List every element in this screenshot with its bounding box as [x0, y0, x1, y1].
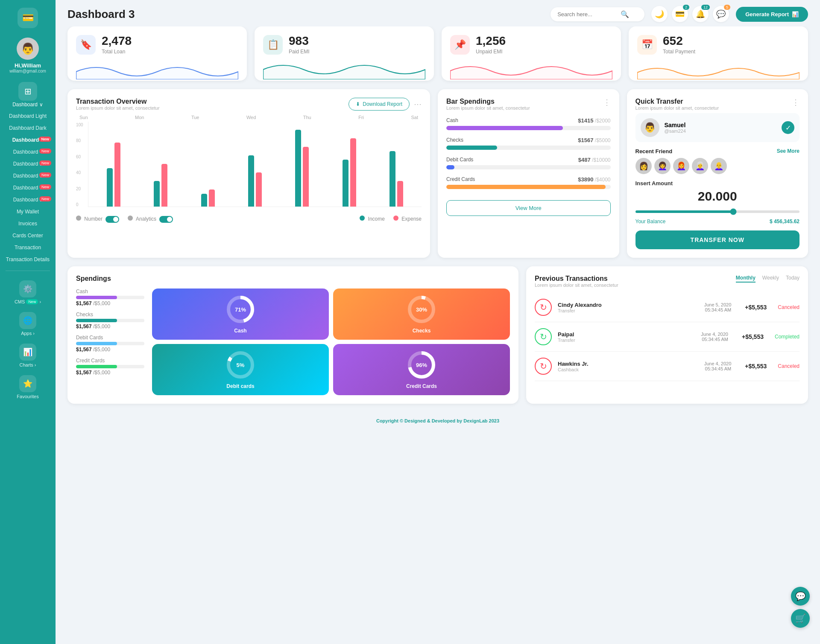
- cart-fab-button[interactable]: 🛒: [791, 609, 810, 628]
- transaction-icon-3: ↻: [535, 358, 552, 375]
- friend-avatar-3[interactable]: 👩‍🦰: [673, 158, 689, 174]
- transaction-amount-2: +$5,553: [742, 333, 764, 340]
- view-more-button[interactable]: View More: [446, 200, 611, 216]
- generate-report-button[interactable]: Generate Report 📊: [736, 7, 808, 22]
- income-bar: [107, 168, 113, 207]
- transaction-row-3: ↻ Hawkins Jr. Cashback June 4, 2020 05:3…: [535, 352, 800, 381]
- spending-checks: Checks $1567 /$5000: [446, 137, 611, 150]
- transfer-check-icon: ✓: [782, 121, 794, 134]
- income-bar: [201, 194, 207, 207]
- expense-bar: [161, 164, 167, 207]
- friend-avatar-1[interactable]: 👩: [636, 158, 652, 174]
- logo-icon[interactable]: 💳: [18, 8, 38, 28]
- friend-avatar-2[interactable]: 👩‍🦱: [654, 158, 671, 174]
- sidebar-item-invoices[interactable]: Invoices: [0, 218, 56, 230]
- sidebar-item-mywallet[interactable]: My Wallet: [0, 206, 56, 218]
- sidebar-item-dashboard3[interactable]: Dashboard 3New: [0, 134, 56, 146]
- friend-avatar-4[interactable]: 👩‍🦳: [692, 158, 708, 174]
- user-name: Hi,William: [15, 62, 41, 69]
- chat-button[interactable]: 💬 5: [713, 6, 729, 22]
- sidebar-item-dashboard6[interactable]: Dashboard 6New: [0, 170, 56, 182]
- chevron-down-icon: ∨: [39, 102, 43, 108]
- total-payment-label: Total Payment: [663, 49, 695, 55]
- expense-bar: [209, 189, 215, 207]
- footer-brand: DexignLab: [463, 418, 487, 423]
- theme-toggle-button[interactable]: 🌙: [651, 6, 668, 22]
- bar-group-sun: [107, 143, 120, 207]
- search-input[interactable]: [557, 11, 617, 17]
- spending-list-debit: Debit Cards $1,567 /$5,000: [76, 335, 144, 353]
- sidebar-item-charts[interactable]: 📊 Charts ›: [0, 340, 56, 371]
- wallet-button[interactable]: 💳 2: [672, 6, 688, 22]
- sidebar-item-dashboard7[interactable]: Dashboard 7New: [0, 182, 56, 194]
- sidebar-item-dashboard4[interactable]: Dashboard 4New: [0, 146, 56, 158]
- dashboard-icon[interactable]: ⊞: [18, 82, 37, 101]
- download-report-button[interactable]: ⬇ Download Report: [348, 98, 410, 111]
- spending-cash: Cash $1415 /$2000: [446, 117, 611, 130]
- bars-container: [88, 122, 422, 207]
- footer-year: 2023: [489, 418, 499, 423]
- sidebar-item-cms[interactable]: ⚙️ CMS New ›: [0, 277, 56, 308]
- bar-spendings-more-icon[interactable]: ⋮: [603, 98, 611, 107]
- total-loan-wave: [76, 59, 238, 79]
- see-more-button[interactable]: See More: [777, 148, 800, 154]
- unpaid-emi-icon: 📌: [450, 35, 470, 55]
- sidebar-item-dashboard8[interactable]: Dashboard 8New: [0, 194, 56, 206]
- sidebar-item-transaction[interactable]: Transaction: [0, 242, 56, 254]
- bar-group-thu: [295, 130, 309, 207]
- sidebar-item-dashboard-light[interactable]: Dashboard Light: [0, 110, 56, 122]
- stat-card-total-loan: 🔖 2,478 Total Loan: [67, 26, 247, 81]
- sidebar-logo: 💳: [0, 0, 56, 33]
- sidebar-item-cardscenter[interactable]: Cards Center: [0, 230, 56, 242]
- bar-group-wed: [248, 155, 262, 207]
- tab-today[interactable]: Today: [786, 275, 800, 283]
- tab-monthly[interactable]: Monthly: [736, 275, 756, 283]
- amount-slider[interactable]: [636, 210, 800, 213]
- income-bar: [390, 151, 395, 207]
- number-toggle[interactable]: [105, 216, 119, 223]
- transfer-user: 👨 Samuel @sam224 ✓: [636, 113, 800, 142]
- chart-legend-left: Number Analytics: [76, 216, 173, 223]
- cms-badge: New: [26, 299, 38, 304]
- download-report-label: Download Report: [363, 101, 402, 107]
- spending-cash-label: Cash: [446, 117, 458, 124]
- tab-weekly[interactable]: Weekly: [762, 275, 779, 283]
- previous-transactions-card: Previous Transactions Lorem ipsum dolor …: [526, 266, 808, 404]
- sidebar-item-transactiondetails[interactable]: Transaction Details: [0, 254, 56, 265]
- notification-button[interactable]: 🔔 12: [692, 6, 709, 22]
- income-bar: [295, 130, 301, 207]
- transaction-status-3: Canceled: [778, 363, 800, 369]
- sidebar-item-dashboard-dark[interactable]: Dashboard Dark: [0, 122, 56, 134]
- friend-avatar-5[interactable]: 👩‍🦲: [711, 158, 727, 174]
- paid-emi-wave: [263, 59, 425, 79]
- transfer-now-button[interactable]: TRANSFER NOW: [636, 230, 800, 249]
- bar-chart-body: 0 20 40 60 80 100: [76, 122, 422, 207]
- transaction-type-1: Transfer: [558, 308, 602, 313]
- content-area: 🔖 2,478 Total Loan 📋 983 Paid EMI: [56, 26, 820, 644]
- quick-transfer-more-icon[interactable]: ⋮: [792, 98, 800, 107]
- spending-cash-amount: $1415: [578, 117, 593, 124]
- transaction-status-2: Completed: [775, 334, 800, 340]
- transfer-user-avatar: 👨: [641, 118, 659, 137]
- transaction-date-1: June 5, 2020 05:34:45 AM: [704, 302, 732, 312]
- sidebar-item-apps[interactable]: 🌐 Apps ›: [0, 309, 56, 339]
- spending-debit-amount: $487: [578, 157, 591, 163]
- analytics-toggle[interactable]: [159, 216, 173, 223]
- donut-credit-svg: 96%: [407, 350, 436, 380]
- more-options-icon[interactable]: ⋯: [414, 99, 422, 109]
- svg-text:30%: 30%: [416, 306, 427, 313]
- spending-credit-label: Credit Cards: [446, 176, 475, 183]
- y-axis: 0 20 40 60 80 100: [76, 122, 88, 207]
- sidebar-item-favourites[interactable]: ⭐ Favourites: [0, 372, 56, 402]
- sidebar-item-dashboard5[interactable]: Dashboard 5New: [0, 158, 56, 170]
- expense-bar: [350, 138, 356, 207]
- dashboard-label[interactable]: Dashboard ∨: [12, 102, 43, 108]
- spending-cash-bar: [446, 126, 563, 130]
- support-fab-button[interactable]: 💬: [791, 587, 810, 606]
- analytics-legend-dot: [128, 216, 133, 221]
- transaction-overview-card: Transaction Overview Lorem ipsum dolor s…: [67, 89, 430, 258]
- expense-bar: [256, 172, 262, 207]
- income-bar: [248, 155, 254, 207]
- expense-bar: [114, 143, 120, 207]
- spending-debit-bar: [446, 165, 454, 169]
